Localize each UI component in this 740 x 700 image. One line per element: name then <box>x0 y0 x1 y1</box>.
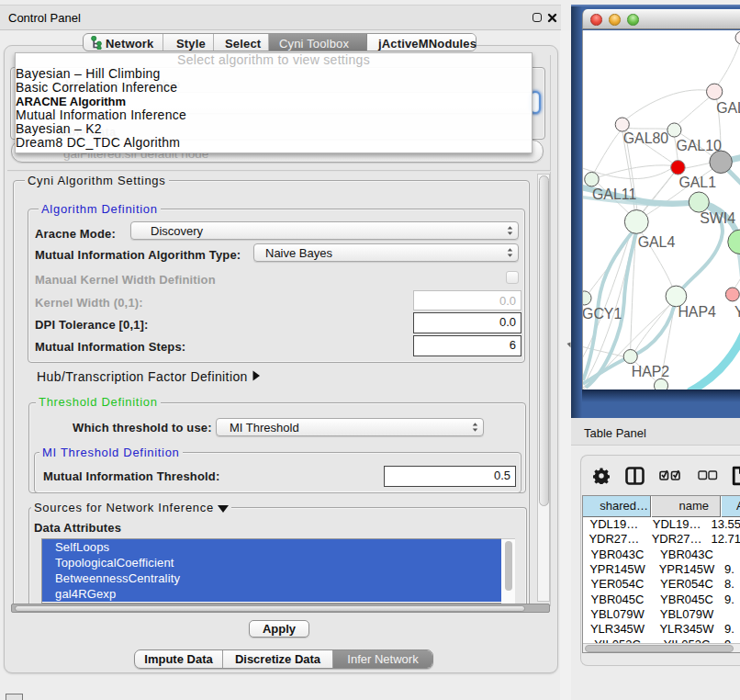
svg-text:HAP2: HAP2 <box>632 364 670 379</box>
svg-text:GCY1: GCY1 <box>582 306 622 322</box>
svg-text:GAL1: GAL1 <box>678 175 716 190</box>
svg-text:GAL4: GAL4 <box>638 234 676 250</box>
svg-text:GAL80: GAL80 <box>623 130 669 146</box>
svg-text:GAL7: GAL7 <box>716 100 740 116</box>
svg-text:GAL11: GAL11 <box>592 186 636 202</box>
svg-text:Y: Y <box>734 304 740 320</box>
svg-text:HAP4: HAP4 <box>678 304 716 320</box>
svg-text:GAL10: GAL10 <box>676 138 722 153</box>
svg-text:SWI4: SWI4 <box>700 210 735 226</box>
